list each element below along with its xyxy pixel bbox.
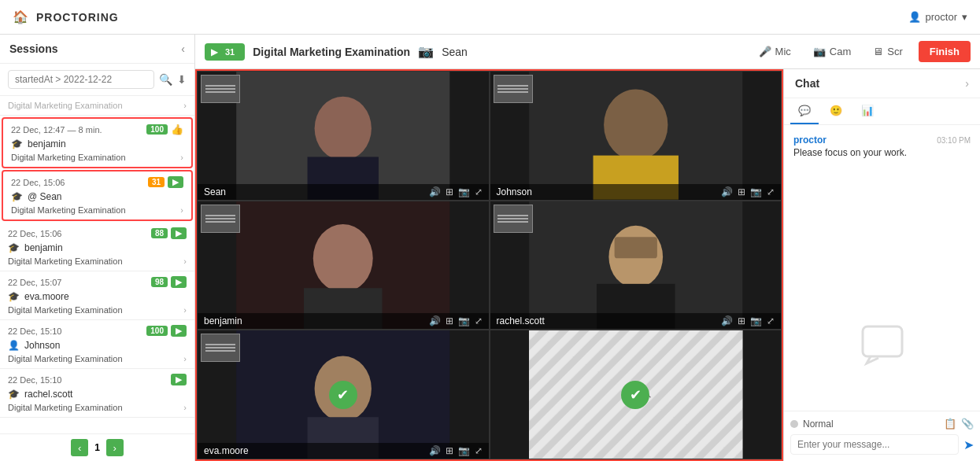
play-button[interactable]: ▶ [171, 325, 187, 337]
copy-icon[interactable]: 📋 [944, 418, 956, 430]
mute-icon-evamoore[interactable]: 🔊 [429, 445, 441, 456]
score-badge: 98 [151, 277, 168, 287]
mic-button[interactable]: 🎤 Mic [753, 42, 797, 61]
mute-icon-sean[interactable]: 🔊 [429, 186, 441, 197]
search-icon[interactable]: 🔍 [159, 73, 172, 86]
tab-stats[interactable]: 📊 [853, 98, 882, 124]
video-name-rachel: rachel.scott [497, 315, 545, 326]
user-dropdown-icon[interactable]: ▾ [962, 11, 967, 23]
session-username: benjamin [24, 242, 63, 253]
tab-emoji[interactable]: 🙂 [822, 98, 850, 124]
send-button[interactable]: ➤ [963, 437, 974, 452]
tab-chat[interactable]: 💬 [790, 98, 819, 124]
play-button[interactable]: ▶ [168, 176, 183, 188]
svg-point-7 [313, 224, 373, 293]
session-chevron: › [180, 205, 183, 215]
score-badge: 100 [146, 326, 168, 336]
list-item[interactable]: 22 Dec, 15:10 ▶ 🎓 rachel.scott Digital M… [0, 369, 194, 418]
shield-verified-icon-empty: ✔ [621, 381, 649, 409]
fullscreen-icon-evamoore[interactable]: ⤢ [475, 445, 483, 456]
camera-icon-johnson[interactable]: 📷 [750, 186, 762, 197]
video-cell-evamoore: ✔ eva.moore 🔊 ⊞ 📷 ⤢ [197, 330, 490, 459]
session-username: Johnson [24, 340, 60, 351]
video-feed-rachel [490, 201, 782, 330]
session-username: @ Sean [28, 191, 62, 202]
list-item[interactable]: 22 Dec, 15:10 100 ▶ 👤 Johnson Digital Ma… [0, 320, 194, 369]
screen-thumbnail-evamoore [201, 334, 240, 362]
mute-icon-benjamin[interactable]: 🔊 [429, 315, 441, 326]
count-badge: 31 [221, 46, 239, 57]
camera-icon-benjamin[interactable]: 📷 [458, 315, 470, 326]
session-list: 22 Dec, 12:47 — 8 min. 100 👍 🎓 benjamin … [0, 116, 194, 433]
chat-input[interactable] [790, 434, 959, 455]
exam-filter-label[interactable]: Digital Marketing Examination › [0, 96, 194, 116]
session-exam-name: Digital Marketing Examination [8, 403, 123, 412]
mute-icon-rachel[interactable]: 🔊 [721, 315, 733, 326]
prev-page-button[interactable]: ‹ [71, 439, 88, 456]
fullscreen-icon-sean[interactable]: ⤢ [475, 186, 483, 197]
chat-header: Chat › [784, 69, 980, 98]
list-item[interactable]: 22 Dec, 15:06 88 ▶ 🎓 benjamin Digital Ma… [0, 223, 194, 271]
attach-icon[interactable]: 📎 [961, 418, 974, 430]
chat-messages: proctor 03:10 PM Please focus on your wo… [784, 125, 980, 278]
fullscreen-icon-johnson[interactable]: ⤢ [767, 186, 775, 197]
download-icon[interactable]: ⬇ [177, 73, 187, 86]
expand-icon-evamoore[interactable]: ⊞ [446, 445, 453, 456]
cam-icon: 📷 [813, 46, 826, 57]
user-type-icon: 👤 [8, 340, 20, 351]
play-button[interactable]: ▶ [171, 227, 187, 239]
top-nav: 🏠 PROCTORING 👤 proctor ▾ [0, 0, 980, 35]
page-number: 1 [94, 442, 100, 453]
mode-dot [790, 420, 798, 428]
like-icon[interactable]: 👍 [171, 124, 183, 135]
expand-icon-benjamin[interactable]: ⊞ [446, 315, 453, 326]
play-all-button[interactable]: ▶ 31 [205, 43, 245, 61]
list-item[interactable]: 22 Dec, 12:47 — 8 min. 100 👍 🎓 benjamin … [2, 117, 193, 168]
video-label-evamoore: eva.moore 🔊 ⊞ 📷 ⤢ [198, 443, 489, 459]
list-item[interactable]: 22 Dec, 15:06 31 ▶ 🎓 @ Sean Digital Mark… [2, 170, 193, 221]
content-area: ▶ 31 Digital Marketing Examination 📷 Sea… [195, 35, 980, 461]
chat-mode-label: Normal [803, 419, 834, 430]
scr-button[interactable]: 🖥 Scr [867, 42, 909, 61]
expand-icon-johnson[interactable]: ⊞ [738, 186, 745, 197]
next-page-button[interactable]: › [106, 439, 124, 456]
app-title: PROCTORING [36, 11, 119, 24]
list-item[interactable]: 22 Dec, 15:07 98 ▶ 🎓 eva.moore Digital M… [0, 271, 194, 320]
chat-message: proctor 03:10 PM Please focus on your wo… [793, 135, 971, 158]
mute-icon-johnson[interactable]: 🔊 [721, 186, 733, 197]
video-cell-benjamin: benjamin 🔊 ⊞ 📷 ⤢ [197, 201, 490, 330]
play-button[interactable]: ▶ [171, 276, 187, 288]
video-name-sean: Sean [204, 186, 226, 197]
exam-name: Digital Marketing Examination [253, 46, 410, 58]
finish-button[interactable]: Finish [919, 41, 971, 62]
video-name-johnson: Johnson [497, 186, 532, 197]
mic-icon: 🎤 [759, 46, 771, 57]
home-icon[interactable]: 🏠 [13, 9, 28, 24]
camera-icon-sean[interactable]: 📷 [458, 186, 470, 197]
user-type-icon: 🎓 [11, 191, 23, 202]
fullscreen-icon-benjamin[interactable]: ⤢ [475, 315, 483, 326]
camera-icon-rachel[interactable]: 📷 [750, 315, 762, 326]
cam-button[interactable]: 📷 Cam [807, 42, 857, 61]
chat-footer: Normal 📋 📎 ➤ [784, 411, 980, 461]
user-type-icon: 🎓 [8, 291, 20, 302]
session-exam-name: Digital Marketing Examination [8, 256, 123, 266]
expand-icon-rachel[interactable]: ⊞ [738, 315, 745, 326]
sidebar-collapse-button[interactable]: ‹ [181, 42, 185, 55]
search-input[interactable] [8, 70, 154, 89]
svg-rect-23 [863, 326, 902, 356]
play-button[interactable]: ▶ [171, 374, 187, 385]
camera-icon-evamoore[interactable]: 📷 [458, 445, 470, 456]
empty-chat-icon [784, 278, 980, 411]
session-chevron: › [183, 256, 187, 266]
video-cell-empty: ✔ ↖ [490, 330, 782, 459]
fullscreen-icon-rachel[interactable]: ⤢ [767, 315, 775, 326]
main-layout: Sessions ‹ 🔍 ⬇ Digital Marketing Examina… [0, 35, 980, 461]
message-author: proctor [793, 135, 827, 146]
expand-icon-sean[interactable]: ⊞ [446, 186, 453, 197]
score-badge: 88 [151, 228, 168, 238]
user-type-icon: 🎓 [8, 242, 20, 253]
chat-expand-button[interactable]: › [965, 77, 969, 90]
chat-input-row: ➤ [790, 434, 974, 455]
video-label-rachel: rachel.scott 🔊 ⊞ 📷 ⤢ [490, 313, 782, 329]
